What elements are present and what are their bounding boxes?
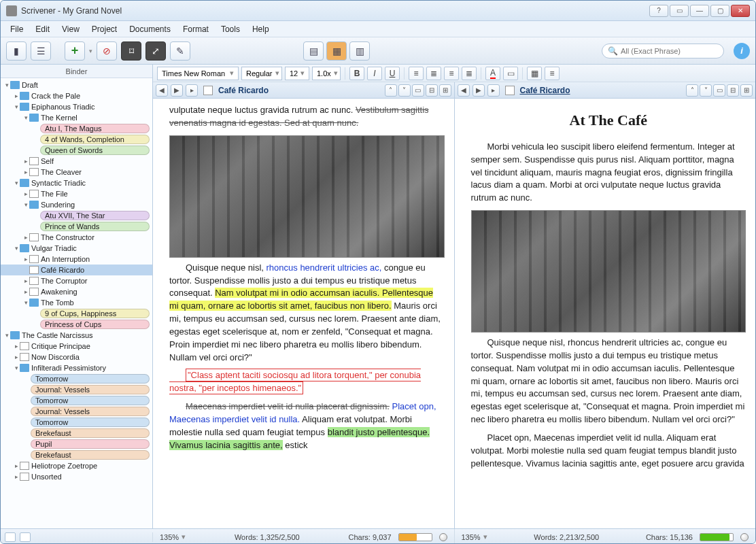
binder-toggle-button[interactable]: ▮ [6,41,27,61]
window-minimize-button[interactable]: — [690,5,709,17]
binder-item[interactable]: ▸The Cleaver [1,167,152,177]
binder-item[interactable]: Tomorrow [1,395,152,406]
target-button-right[interactable] [740,533,749,541]
binder-item[interactable]: Journal: Vessels [1,406,152,417]
menu-file[interactable]: File [5,22,29,36]
binder-item[interactable]: ▸Unsorted [1,471,152,482]
search-input[interactable] [621,47,716,55]
view-outline-button[interactable]: ▥ [349,41,370,61]
font-style-select[interactable]: Regular▾ [241,67,282,80]
binder-item[interactable]: Queen of Swords [1,145,152,156]
align-center-button[interactable]: ≣ [426,67,441,80]
binder-item[interactable]: ▸Now Discordia [1,352,152,362]
highlight-button[interactable]: ▭ [503,67,518,80]
binder-item[interactable]: 4 of Wands, Completion [1,134,152,145]
table-button[interactable]: ▦ [527,67,542,80]
nav-back-button[interactable]: ◀ [156,84,168,97]
underline-button[interactable]: U [385,67,400,80]
split-none-button[interactable]: ▭ [713,84,725,97]
bold-button[interactable]: B [349,67,364,80]
align-left-button[interactable]: ≡ [409,67,424,80]
binder-item[interactable]: ▾The Kernel [1,112,152,123]
zoom-select-right[interactable]: 135%▾ [462,532,487,541]
binder-item[interactable]: ▸The File [1,188,152,199]
binder-item[interactable]: Atu I, The Magus [1,123,152,134]
binder-item[interactable]: ▾Syntactic Triadic [1,177,152,188]
inspector-toggle-button[interactable]: i [734,43,750,59]
binder-item[interactable]: ▸The Constructor [1,232,152,243]
binder-item[interactable]: ▾Sundering [1,199,152,210]
binder-item[interactable]: ▸Critique Principae [1,341,152,352]
editor-right-body[interactable]: At The Café Morbi vehicula leo suscipit … [455,99,756,528]
window-restore-button[interactable]: ▭ [670,5,689,17]
editor-left-body[interactable]: vulputate neque luctus gravida rutrum ac… [153,99,454,528]
menu-help[interactable]: Help [247,22,275,36]
binder-item[interactable]: ▸Awakening [1,286,152,297]
italic-button[interactable]: I [367,67,382,80]
binder-item[interactable]: Brekefaust [1,428,152,439]
nav-forward-button[interactable]: ▶ [472,84,485,97]
menu-project[interactable]: Project [86,22,122,36]
binder-item[interactable]: 9 of Cups, Happiness [1,308,152,319]
window-close-button[interactable]: ✕ [731,5,750,17]
binder-item[interactable]: Prince of Wands [1,221,152,232]
font-size-select[interactable]: 12▾ [285,67,309,80]
binder-item[interactable]: Tomorrow [1,417,152,428]
menu-tools[interactable]: Tools [216,22,245,36]
binder-item[interactable]: Princess of Cups [1,319,152,330]
binder-item[interactable]: ▸Self [1,156,152,167]
align-right-button[interactable]: ≡ [444,67,459,80]
zoom-select-left[interactable]: 135%▾ [160,532,186,541]
binder-item[interactable]: Tomorrow [1,373,152,384]
nav-forward-button[interactable]: ▶ [171,84,183,97]
target-button-left[interactable] [439,533,447,541]
split-none-button[interactable]: ▭ [412,84,424,97]
compose-button[interactable]: ⌑ [121,41,141,61]
menu-edit[interactable]: Edit [30,22,55,36]
pane-right-title[interactable]: Café Ricardo [520,86,570,95]
add-button[interactable]: + [65,41,85,61]
binder-item[interactable]: ▾The Castle Narcissus [1,330,152,341]
binder-item[interactable]: ▸An Interruption [1,254,152,265]
sb-button[interactable] [20,532,31,542]
font-family-select[interactable]: Times New Roman▾ [157,67,239,80]
collections-button[interactable]: ☰ [31,41,51,61]
search-box[interactable]: 🔍 [602,44,724,58]
binder-item[interactable]: ▸The Corruptor [1,275,152,286]
binder-item[interactable]: Pupil [1,439,152,449]
split-h-button[interactable]: ⊟ [426,84,438,97]
window-help-button[interactable]: ? [649,5,668,17]
binder-item[interactable]: Journal: Vessels [1,384,152,395]
align-justify-button[interactable]: ≣ [462,67,477,80]
binder-item[interactable]: ▾Infilteradi Pessimistory [1,362,152,373]
split-v-button[interactable]: ⊞ [439,84,451,97]
split-h-button[interactable]: ⊟ [727,84,739,97]
nav-history-button[interactable]: ▸ [487,84,500,97]
fullscreen-button[interactable]: ⤢ [145,41,166,61]
binder-item[interactable]: ▸Crack the Pale [1,90,152,101]
text-color-button[interactable]: A [485,67,500,80]
window-maximize-button[interactable]: ▢ [710,5,729,17]
menu-documents[interactable]: Documents [124,22,176,36]
nav-down-button[interactable]: ˅ [398,84,411,97]
trash-button[interactable]: ⊘ [97,41,117,61]
binder-item[interactable]: ▾Draft [1,80,152,90]
snapshot-button[interactable]: ✎ [170,41,190,61]
binder-tree[interactable]: ▾Draft▸Crack the Pale▾Epiphanous Triadic… [1,78,152,528]
menu-view[interactable]: View [56,22,85,36]
nav-back-button[interactable]: ◀ [458,84,470,97]
split-v-button[interactable]: ⊞ [740,84,753,97]
binder-item[interactable]: ▾Vulgar Triadic [1,243,152,254]
binder-item[interactable]: Café Ricardo [1,265,152,275]
menu-format[interactable]: Format [177,22,214,36]
binder-item[interactable]: Atu XVII, The Star [1,210,152,221]
nav-up-button[interactable]: ˄ [686,84,698,97]
view-corkboard-button[interactable]: ▦ [326,41,347,61]
nav-down-button[interactable]: ˅ [700,84,712,97]
binder-item[interactable]: ▸Heliotrope Zoetrope [1,460,152,471]
list-button[interactable]: ≡ [545,67,560,80]
binder-item[interactable]: Brekefaust [1,449,152,460]
binder-item[interactable]: ▾Epiphanous Triadic [1,101,152,112]
line-spacing-select[interactable]: 1.0x▾ [312,67,341,80]
nav-history-button[interactable]: ▸ [186,84,198,97]
